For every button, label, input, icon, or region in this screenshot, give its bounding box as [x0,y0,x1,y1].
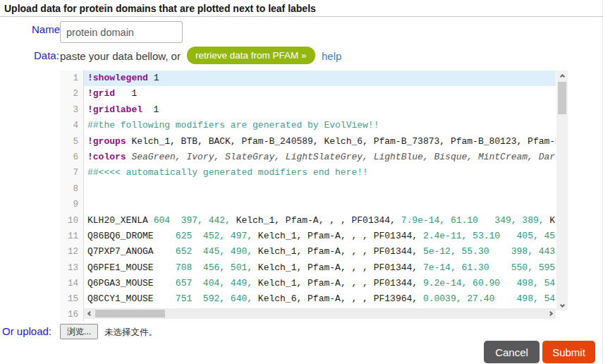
name-input[interactable] [60,21,183,43]
scroll-down-icon[interactable] [556,301,568,310]
retrieve-pfam-button[interactable]: retrieve data from PFAM » [187,47,315,64]
data-hint-text: paste your data bellow, or [60,50,181,62]
line-number: 9 [60,197,84,212]
editor-line[interactable]: 13Q6PFE1_MOUSE 708 456, 501, Kelch_1, Pf… [60,260,556,276]
editor-line[interactable]: 10KLH20_XENLA 604 397, 442, Kelch_1, Pfa… [60,213,556,229]
editor-line[interactable]: 1!showlegend 1 [60,71,556,86]
line-number: 16 [60,308,84,322]
code-line-text: Q86BQ6_DROME 625 452, 497, Kelch_1, Pfam… [84,229,556,244]
code-line-text: ##<<<< automatically generated modifiers… [84,165,556,181]
or-upload-label: Or upload: [2,325,51,337]
line-number: 8 [60,181,84,197]
editor-line[interactable]: 4##the following modifiers are generated… [60,118,556,133]
submit-button[interactable]: Submit [542,341,595,363]
line-number: 13 [60,260,84,276]
vertical-scrollbar[interactable] [556,71,568,310]
editor-line[interactable]: 11Q86BQ6_DROME 625 452, 497, Kelch_1, Pf… [60,229,556,244]
line-number: 5 [60,134,84,150]
editor-line[interactable]: 2!grid 1 [60,86,556,102]
line-number: 10 [60,213,84,229]
editor-line[interactable]: 5!groups Kelch_1, BTB, BACK, Pfam-B_2405… [60,134,556,150]
code-line-text: Q7PXP7_ANOGA 652 445, 490, Kelch_1, Pfam… [84,244,556,260]
line-number: 7 [60,165,84,181]
line-number: 1 [60,71,84,86]
upload-protein-domain-dialog: Upload data for protein domains that are… [0,0,603,364]
code-line-text: !showlegend 1 [84,71,556,86]
line-number: 12 [60,244,84,260]
scroll-left-icon[interactable] [84,308,94,319]
editor-line[interactable]: 6!colors SeaGreen, Ivory, SlateGray, Lig… [60,150,556,165]
name-label: Name: [32,23,63,35]
editor-line[interactable]: 12Q7PXP7_ANOGA 652 445, 490, Kelch_1, Pf… [60,244,556,260]
line-number: 14 [60,276,84,291]
scroll-right-icon[interactable] [546,308,556,319]
code-line-text: !colors SeaGreen, Ivory, SlateGray, Ligh… [84,150,556,165]
editor-line[interactable]: 14Q6PGA3_MOUSE 657 404, 449, Kelch_1, Pf… [60,276,556,291]
code-line-text: Q8CCY1_MOUSE 751 592, 640, Kelch_6, Pfam… [84,291,556,307]
line-number: 15 [60,291,84,307]
line-number: 4 [60,118,84,133]
browse-file-button[interactable]: 浏览... [60,324,98,339]
code-line-text: Q6PFE1_MOUSE 708 456, 501, Kelch_1, Pfam… [84,260,556,276]
horizontal-scroll-thumb[interactable] [95,310,165,317]
page-title: Upload data for protein domains that are… [0,0,603,17]
line-number: 3 [60,102,84,118]
vertical-scroll-thumb[interactable] [558,82,566,114]
scroll-up-icon[interactable] [556,71,568,80]
editor-line[interactable]: 15Q8CCY1_MOUSE 751 592, 640, Kelch_6, Pf… [60,291,556,307]
code-line-text: !gridlabel 1 [84,102,556,118]
horizontal-scrollbar[interactable] [84,308,556,319]
code-line-text: ##the following modifiers are generated … [84,118,556,133]
line-number: 6 [60,150,84,165]
code-editor[interactable]: 1!showlegend 12!grid 13!gridlabel 14##th… [60,71,568,322]
line-number: 2 [60,86,84,102]
editor-line[interactable]: 7##<<<< automatically generated modifier… [60,165,556,181]
code-line-text: !grid 1 [84,86,556,102]
code-line-text: !groups Kelch_1, BTB, BACK, Pfam-B_24058… [84,134,556,150]
code-line-text: KLH20_XENLA 604 397, 442, Kelch_1, Pfam-… [84,213,556,229]
editor-line[interactable]: 3!gridlabel 1 [60,102,556,118]
help-link[interactable]: help [322,50,341,62]
editor-line[interactable]: 8 [60,181,556,197]
editor-lines: 1!showlegend 12!grid 13!gridlabel 14##th… [60,71,556,308]
cancel-button[interactable]: Cancel [484,341,540,363]
file-status-text: 未选择文件。 [104,327,157,339]
editor-bottom-row: 16 [60,308,556,322]
code-line-text [84,197,556,212]
editor-line[interactable]: 9 [60,197,556,212]
line-number: 11 [60,229,84,244]
data-label: Data: [34,49,59,61]
code-line-text [84,181,556,197]
code-line-text: Q6PGA3_MOUSE 657 404, 449, Kelch_1, Pfam… [84,276,556,291]
